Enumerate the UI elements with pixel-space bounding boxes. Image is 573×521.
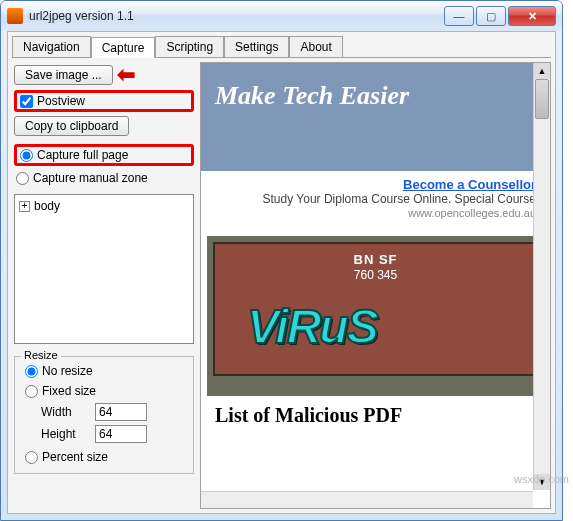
- tab-scripting[interactable]: Scripting: [155, 36, 224, 57]
- preview-ad-text: Study Your Diploma Course Online. Specia…: [263, 192, 536, 206]
- annotation-arrow-icon: [117, 64, 135, 86]
- annotation-highlight-fullpage: Capture full page: [14, 144, 194, 166]
- fixed-size-label: Fixed size: [42, 384, 96, 398]
- preview-ad-block: Become a Counsellor Study Your Diploma C…: [201, 171, 550, 226]
- left-panel: Save image ... Postview Copy to clipboar…: [8, 58, 200, 513]
- tab-settings[interactable]: Settings: [224, 36, 289, 57]
- postview-checkbox[interactable]: [20, 95, 33, 108]
- no-resize-radio[interactable]: [25, 365, 38, 378]
- tab-capture[interactable]: Capture: [91, 37, 156, 58]
- capture-manual-zone-label: Capture manual zone: [33, 171, 148, 185]
- boxcar-rail-label: BN SF: [354, 252, 398, 267]
- copy-clipboard-button[interactable]: Copy to clipboard: [14, 116, 129, 136]
- tree-root-label: body: [34, 199, 60, 213]
- vertical-scrollbar[interactable]: ▲ ▼: [533, 63, 550, 490]
- resize-group: Resize No resize Fixed size Width He: [14, 356, 194, 474]
- tree-expand-icon[interactable]: +: [19, 201, 30, 212]
- window-title: url2jpeg version 1.1: [29, 9, 444, 23]
- height-input[interactable]: [95, 425, 147, 443]
- preview-ad-domain: www.opencolleges.edu.au: [408, 207, 536, 219]
- scroll-thumb[interactable]: [535, 79, 549, 119]
- preview-ad-link[interactable]: Become a Counsellor: [403, 177, 536, 192]
- close-button[interactable]: ✕: [508, 6, 556, 26]
- boxcar-number: 760 345: [354, 268, 397, 282]
- watermark: wsxdn.com: [514, 473, 569, 485]
- annotation-highlight-postview: Postview: [14, 90, 194, 112]
- postview-label: Postview: [37, 94, 85, 108]
- height-label: Height: [41, 427, 89, 441]
- width-input[interactable]: [95, 403, 147, 421]
- zone-tree[interactable]: + body: [14, 194, 194, 344]
- graffiti-text: ViRuS: [247, 300, 377, 353]
- maximize-button[interactable]: ▢: [476, 6, 506, 26]
- titlebar[interactable]: url2jpeg version 1.1 — ▢ ✕: [1, 1, 562, 31]
- preview-hero-title: Make Tech Easier: [201, 63, 550, 171]
- preview-article-title: List of Malicious PDF: [201, 396, 550, 427]
- capture-manual-zone-radio[interactable]: [16, 172, 29, 185]
- tab-navigation[interactable]: Navigation: [12, 36, 91, 57]
- width-label: Width: [41, 405, 89, 419]
- resize-legend: Resize: [21, 349, 61, 361]
- tab-strip: Navigation Capture Scripting Settings Ab…: [8, 32, 555, 57]
- tree-root-row[interactable]: + body: [19, 199, 189, 213]
- tab-about[interactable]: About: [289, 36, 342, 57]
- percent-size-label: Percent size: [42, 450, 108, 464]
- scroll-up-icon[interactable]: ▲: [534, 63, 550, 79]
- capture-full-page-radio[interactable]: [20, 149, 33, 162]
- preview-image: BN SF 760 345 ViRuS: [207, 236, 544, 396]
- minimize-button[interactable]: —: [444, 6, 474, 26]
- percent-size-radio[interactable]: [25, 451, 38, 464]
- preview-pane[interactable]: Make Tech Easier Become a Counsellor Stu…: [200, 62, 551, 509]
- client-area: Navigation Capture Scripting Settings Ab…: [7, 31, 556, 514]
- no-resize-label: No resize: [42, 364, 93, 378]
- app-icon: [7, 8, 23, 24]
- app-window: url2jpeg version 1.1 — ▢ ✕ Navigation Ca…: [0, 0, 563, 521]
- capture-full-page-label: Capture full page: [37, 148, 128, 162]
- save-image-button[interactable]: Save image ...: [14, 65, 113, 85]
- fixed-size-radio[interactable]: [25, 385, 38, 398]
- horizontal-scrollbar[interactable]: [201, 491, 533, 508]
